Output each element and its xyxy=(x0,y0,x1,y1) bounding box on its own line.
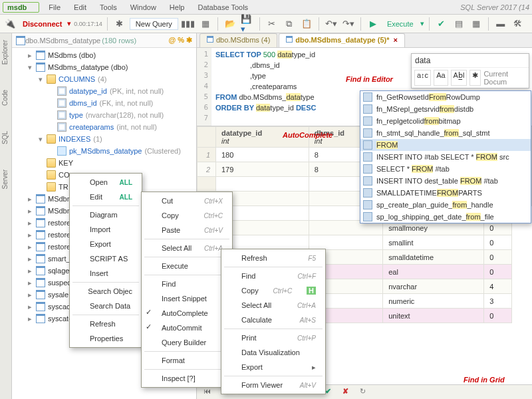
execute-button[interactable]: Execute xyxy=(383,19,418,29)
menu-item[interactable]: SCRIPT AS xyxy=(70,251,142,266)
tree-node[interactable]: datatype_id (PK, int, not null) xyxy=(12,85,196,97)
menu-file[interactable]: File xyxy=(45,2,65,13)
copy-icon[interactable]: ⧉ xyxy=(282,17,297,31)
connect-icon[interactable]: 🔌 xyxy=(3,17,17,31)
run-icon[interactable]: ▶ xyxy=(366,17,380,31)
menu-item[interactable]: Export▸ xyxy=(221,360,325,374)
database-selector[interactable]: msdb xyxy=(3,2,39,13)
autocomplete-item[interactable]: SMALLDATETIMEFROMPARTS xyxy=(360,187,531,199)
vtab-code[interactable]: Code xyxy=(0,87,11,108)
tree-node[interactable]: createparams (int, not null) xyxy=(12,121,196,133)
menu-item[interactable]: Find xyxy=(142,277,232,291)
menu-item[interactable]: EditALL xyxy=(70,190,142,204)
undo-icon[interactable]: ↶▾ xyxy=(324,17,338,31)
menu-item[interactable]: Select AllCtrl+A xyxy=(221,298,325,313)
vtab-server[interactable]: Server xyxy=(0,167,11,192)
menu-item[interactable]: PasteCtrl+V xyxy=(142,223,232,237)
disconnect-button[interactable]: Disconnect xyxy=(20,19,65,29)
autocomplete-popup[interactable]: fn_GetRowsetIdFromRowDumpfn_MSrepl_getsr… xyxy=(360,90,531,223)
autocomplete-item[interactable]: fn_MSrepl_getsrvidfromdistdb xyxy=(360,103,531,115)
tree-node[interactable]: ▾COLUMNS (4) xyxy=(12,73,196,85)
menu-item[interactable]: Insert xyxy=(70,266,142,281)
editor-tab[interactable]: dbo.MSdbms (4) xyxy=(200,33,277,47)
menu-item[interactable]: Search Data xyxy=(70,299,142,313)
cut-icon[interactable]: ✂ xyxy=(265,17,279,31)
menu-tools[interactable]: Tools xyxy=(96,2,121,13)
tree-node[interactable]: KEY xyxy=(12,157,196,169)
tree-node[interactable]: ▾INDEXES (1) xyxy=(12,133,196,145)
find-panel[interactable]: a↕c Aa Ab̲l ✱ Current Docum xyxy=(411,53,529,88)
open-folder-icon[interactable]: 📂 xyxy=(223,17,237,31)
editor-context-menu[interactable]: CutCtrl+XCopyCtrl+CPasteCtrl+VSelect All… xyxy=(141,192,233,388)
find-input[interactable] xyxy=(412,54,529,67)
menu-item[interactable]: Form ViewerAlt+V xyxy=(221,378,325,392)
grid-context-menu[interactable]: RefreshF5FindCtrl+FCopyCtrl+CHSelect All… xyxy=(221,249,326,394)
redo-icon[interactable]: ↷▾ xyxy=(341,17,356,31)
find-opt-case[interactable]: a↕c xyxy=(414,70,431,86)
autocomplete-item[interactable]: fn_replgetcolidfrombitmap xyxy=(360,115,531,127)
menu-item[interactable]: Search Objec xyxy=(70,284,142,299)
refresh-grid-icon[interactable]: ↻ xyxy=(356,387,368,398)
table-result-icon[interactable]: ▦ xyxy=(469,17,483,31)
tree-node[interactable]: dbms_id (FK, int, not null) xyxy=(12,97,196,109)
menu-item[interactable]: Format xyxy=(142,353,232,368)
menu-edit[interactable]: Edit xyxy=(70,2,90,13)
tools-icon[interactable]: 🛠 xyxy=(511,17,525,31)
new-query-button[interactable]: New Query xyxy=(130,18,178,30)
find-opt-regex[interactable]: ✱ xyxy=(469,70,481,86)
menu-item[interactable]: ✓AutoCommit xyxy=(142,321,232,335)
tree-node[interactable]: pk_MSdbms_datatype (Clustered) xyxy=(12,145,196,157)
autocomplete-item[interactable]: fn_stmt_sql_handle_from_sql_stmt xyxy=(360,127,531,139)
tree-node[interactable]: type (nvarchar(128), not null) xyxy=(12,109,196,121)
menu-item[interactable]: ✓AutoComplete xyxy=(142,306,232,321)
menu-item[interactable]: Export xyxy=(70,237,142,251)
code-area[interactable]: SELECT TOP 500 datatype_id ,dbms_id ,typ… xyxy=(211,48,320,126)
menu-window[interactable]: Window xyxy=(126,2,160,13)
autocomplete-item[interactable]: sp_create_plan_guide_from_handle xyxy=(360,199,531,211)
menu-item[interactable]: Query Builder xyxy=(142,335,232,350)
find-opt-aa[interactable]: Aa xyxy=(434,70,448,86)
autocomplete-item[interactable]: SELECT * FROM #tab xyxy=(360,163,531,175)
menu-item[interactable]: PrintCtrl+P xyxy=(221,331,325,345)
vtab-explorer[interactable]: Explorer xyxy=(0,37,11,67)
autocomplete-item[interactable]: INSERT INTO #tab SELECT * FROM src xyxy=(360,151,531,163)
menu-item[interactable]: CopyCtrl+CH xyxy=(221,283,325,298)
stop-icon[interactable]: ▬ xyxy=(493,17,508,31)
find-opt-word[interactable]: Ab̲l xyxy=(451,70,467,86)
menu-help[interactable]: Help xyxy=(166,2,189,13)
menu-item[interactable]: Select AllCtrl+A xyxy=(142,241,232,255)
find-scope[interactable]: Current Docum xyxy=(483,70,526,86)
menu-item[interactable]: Refresh xyxy=(70,317,142,331)
menu-database-tools[interactable]: Database Tools xyxy=(194,2,252,13)
menu-item[interactable]: Import xyxy=(70,222,142,237)
autocomplete-item[interactable]: INSERT INTO dest_table FROM #tab xyxy=(360,175,531,187)
tree-context-menu[interactable]: OpenALLEditALLDiagramImportExportSCRIPT … xyxy=(69,173,142,348)
autocomplete-item[interactable]: sp_log_shipping_get_date_from_file xyxy=(360,211,531,223)
paste-icon[interactable]: 📋 xyxy=(299,17,314,31)
tree-badges[interactable]: @ % ✱ xyxy=(168,36,192,45)
vtab-sql[interactable]: SQL xyxy=(0,128,11,147)
menu-item[interactable]: Data Visualization xyxy=(221,345,325,360)
autocomplete-item[interactable]: FROM xyxy=(360,139,531,151)
menu-item[interactable]: Diagram xyxy=(70,207,142,222)
menu-item[interactable]: Properties xyxy=(70,331,142,346)
autocomplete-item[interactable]: fn_GetRowsetIdFromRowDump xyxy=(360,91,531,103)
columns-icon[interactable]: ▮▮▮ xyxy=(181,17,196,31)
save-icon[interactable]: 💾▾ xyxy=(240,17,255,31)
editor-tab[interactable]: dbo.MSdbms_datatype (5)*× xyxy=(279,33,405,47)
tree-node[interactable]: ▾MSdbms_datatype (dbo) xyxy=(12,61,196,73)
menu-item[interactable]: FindCtrl+F xyxy=(221,269,325,283)
table-icon[interactable]: ▦ xyxy=(198,17,213,31)
tree-node[interactable]: ▸MSdbms (dbo) xyxy=(12,49,196,61)
first-icon[interactable]: ⏮ xyxy=(201,387,213,398)
menu-item[interactable]: Insert Snippet xyxy=(142,291,232,306)
close-tab-icon[interactable]: × xyxy=(394,36,398,44)
new-icon[interactable]: ✱ xyxy=(112,17,127,31)
grid-icon[interactable]: ▤ xyxy=(452,17,466,31)
rollback-icon[interactable]: ✘ xyxy=(339,387,351,398)
menu-item[interactable]: OpenALL xyxy=(70,175,142,190)
menu-item[interactable]: Execute xyxy=(142,259,232,273)
menu-item[interactable]: RefreshF5 xyxy=(221,251,325,265)
check-icon[interactable]: ✔ xyxy=(434,17,449,31)
menu-item[interactable]: CalculateAlt+S xyxy=(221,313,325,327)
